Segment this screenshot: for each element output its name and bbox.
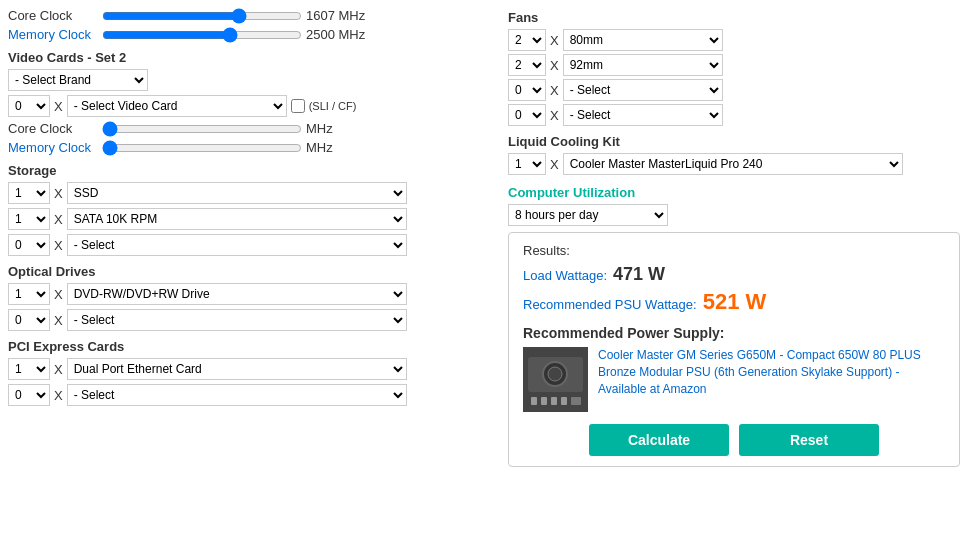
pci-type-1[interactable]: - SelectDual Port Ethernet Card: [67, 384, 407, 406]
core-clock-top-row: Core Clock 1607 MHz: [8, 8, 498, 23]
psu-detail: Cooler Master GM Series G650M - Compact …: [523, 347, 945, 412]
memory-clock-label2[interactable]: Memory Clock: [8, 140, 98, 155]
storage-title: Storage: [8, 163, 498, 178]
storage-row-0: 01234 X - SelectSSDHDDSATA 10K RPMNVMe S…: [8, 182, 498, 204]
recommended-psu-value: 521 W: [703, 289, 767, 315]
psu-image: [523, 347, 588, 412]
calculate-button[interactable]: Calculate: [589, 424, 729, 456]
optical-qty-1[interactable]: 01234: [8, 309, 50, 331]
memory-clock-row2: Memory Clock MHz: [8, 140, 498, 155]
storage-qty-2[interactable]: 01234: [8, 234, 50, 256]
psu-link[interactable]: Cooler Master GM Series G650M - Compact …: [598, 347, 945, 397]
results-box: Results: Load Wattage: 471 W Recommended…: [508, 232, 960, 467]
memory-clock-top-value: 2500 MHz: [306, 27, 371, 42]
fan-qty-2[interactable]: 012: [508, 79, 546, 101]
pci-express-title: PCI Express Cards: [8, 339, 498, 354]
svg-rect-4: [531, 397, 537, 405]
core-clock-slider[interactable]: [102, 9, 302, 23]
pci-qty-0[interactable]: 01234: [8, 358, 50, 380]
core-clock-top-label: Core Clock: [8, 8, 98, 23]
liquid-cooling-qty[interactable]: 012: [508, 153, 546, 175]
fan-qty-3[interactable]: 012: [508, 104, 546, 126]
core-clock-mhz2: MHz: [306, 121, 371, 136]
video-cards-set2-title: Video Cards - Set 2: [8, 50, 498, 65]
pci-type-0[interactable]: - SelectDual Port Ethernet CardSound Car…: [67, 358, 407, 380]
memory-clock-slider2[interactable]: [102, 141, 302, 155]
svg-rect-5: [541, 397, 547, 405]
left-panel: Core Clock 1607 MHz Memory Clock 2500 MH…: [8, 8, 498, 467]
brand-row: - Select Brand AMD NVIDIA EVGA ASUS MSI …: [8, 69, 498, 91]
optical-row-0: 01234 X - SelectDVD-RW/DVD+RW DriveBlu-r…: [8, 283, 498, 305]
memory-clock-top-label[interactable]: Memory Clock: [8, 27, 98, 42]
video-card-model-select[interactable]: - Select Video Card: [67, 95, 287, 117]
optical-type-1[interactable]: - SelectDVD-RW/DVD+RW Drive: [67, 309, 407, 331]
svg-point-3: [548, 367, 562, 381]
x-label-vc: X: [54, 99, 63, 114]
load-wattage-value: 471 W: [613, 264, 665, 285]
computer-utilization-title: Computer Utilization: [508, 185, 960, 200]
brand-select[interactable]: - Select Brand AMD NVIDIA EVGA ASUS MSI …: [8, 69, 148, 91]
optical-qty-0[interactable]: 01234: [8, 283, 50, 305]
recommended-psu-label: Recommended PSU Wattage:: [523, 297, 697, 312]
right-panel: Fans 0234 X - Select80mm92mm120mm140mm 0…: [508, 8, 960, 467]
pci-row-0: 01234 X - SelectDual Port Ethernet CardS…: [8, 358, 498, 380]
pci-row-1: 01234 X - SelectDual Port Ethernet Card: [8, 384, 498, 406]
memory-clock-top-row: Memory Clock 2500 MHz: [8, 27, 498, 42]
storage-type-2[interactable]: - SelectSSDHDD: [67, 234, 407, 256]
core-clock-top-value: 1607 MHz: [306, 8, 371, 23]
fan-row-3: 012 X - Select80mm120mm: [508, 104, 960, 126]
core-clock-row2: Core Clock MHz: [8, 121, 498, 136]
optical-drives-title: Optical Drives: [8, 264, 498, 279]
psu-section-title: Recommended Power Supply:: [523, 325, 945, 341]
storage-qty-1[interactable]: 01234: [8, 208, 50, 230]
fan-qty-0[interactable]: 0234: [508, 29, 546, 51]
svg-rect-7: [561, 397, 567, 405]
fan-size-3[interactable]: - Select80mm120mm: [563, 104, 723, 126]
sli-label: (SLI / CF): [309, 100, 357, 112]
fan-row-1: 01234 X - Select80mm92mm120mm: [508, 54, 960, 76]
svg-rect-8: [571, 397, 581, 405]
memory-clock-mhz2: MHz: [306, 140, 371, 155]
load-wattage-label: Load Wattage:: [523, 268, 607, 283]
memory-clock-slider[interactable]: [102, 28, 302, 42]
buttons-row: Calculate Reset: [523, 424, 945, 456]
video-card-row: 01234 X - Select Video Card (SLI / CF): [8, 95, 498, 117]
fan-row-2: 012 X - Select80mm120mm: [508, 79, 960, 101]
liquid-cooling-select[interactable]: - SelectCooler Master MasterLiquid Pro 2…: [563, 153, 903, 175]
optical-row-1: 01234 X - SelectDVD-RW/DVD+RW Drive: [8, 309, 498, 331]
fan-qty-1[interactable]: 01234: [508, 54, 546, 76]
pci-qty-1[interactable]: 01234: [8, 384, 50, 406]
storage-type-1[interactable]: - SelectSSDHDDSATA 10K RPM: [67, 208, 407, 230]
fan-size-2[interactable]: - Select80mm120mm: [563, 79, 723, 101]
liquid-cooling-row: 012 X - SelectCooler Master MasterLiquid…: [508, 153, 960, 175]
storage-qty-0[interactable]: 01234: [8, 182, 50, 204]
fan-size-0[interactable]: - Select80mm92mm120mm140mm: [563, 29, 723, 51]
sli-checkbox[interactable]: [291, 99, 305, 113]
load-wattage-row: Load Wattage: 471 W: [523, 264, 945, 285]
core-clock-slider2[interactable]: [102, 122, 302, 136]
results-label: Results:: [523, 243, 945, 258]
svg-rect-6: [551, 397, 557, 405]
liquid-cooling-title: Liquid Cooling Kit: [508, 134, 960, 149]
fan-size-1[interactable]: - Select80mm92mm120mm: [563, 54, 723, 76]
optical-type-0[interactable]: - SelectDVD-RW/DVD+RW DriveBlu-ray Drive: [67, 283, 407, 305]
recommended-row: Recommended PSU Wattage: 521 W: [523, 289, 945, 315]
utilization-select[interactable]: 1 hour per day 2 hours per day 4 hours p…: [508, 204, 668, 226]
storage-type-0[interactable]: - SelectSSDHDDSATA 10K RPMNVMe SSD: [67, 182, 407, 204]
fans-title: Fans: [508, 10, 960, 25]
fan-row-0: 0234 X - Select80mm92mm120mm140mm: [508, 29, 960, 51]
storage-row-2: 01234 X - SelectSSDHDD: [8, 234, 498, 256]
utilization-row: 1 hour per day 2 hours per day 4 hours p…: [508, 204, 960, 226]
reset-button[interactable]: Reset: [739, 424, 879, 456]
storage-row-1: 01234 X - SelectSSDHDDSATA 10K RPM: [8, 208, 498, 230]
core-clock-label2: Core Clock: [8, 121, 98, 136]
video-card-qty-select[interactable]: 01234: [8, 95, 50, 117]
